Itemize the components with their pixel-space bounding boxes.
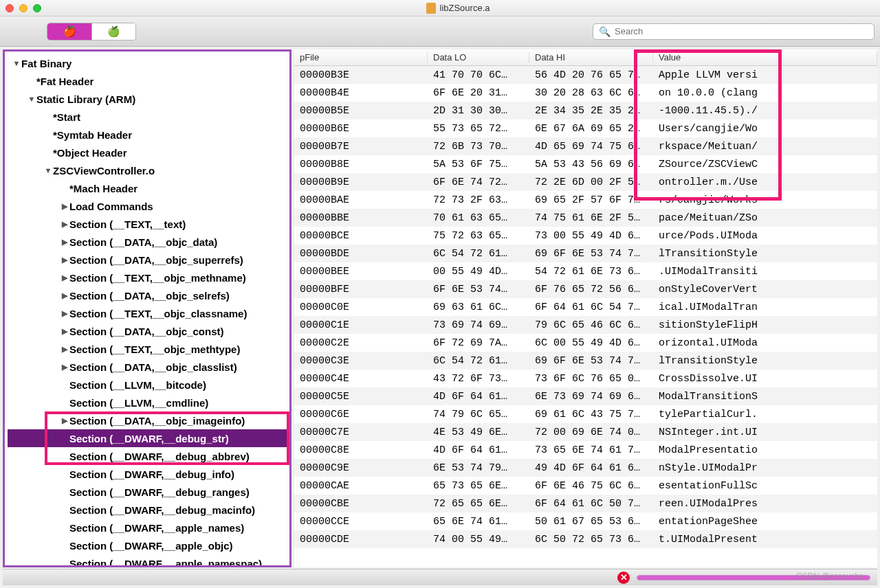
cell: 72 2E 6D 00 2F 5… (529, 177, 653, 188)
disclosure-arrow-icon[interactable]: ▶ (60, 345, 69, 354)
cell: 6E 53 74 79… (428, 462, 529, 474)
table-row[interactable]: 00000C7E4E 53 49 6E…72 00 69 6E 74 0…NSI… (294, 423, 877, 441)
table-row[interactable]: 00000CDE74 00 55 49…6C 50 72 65 73 6…t.U… (294, 530, 877, 548)
disclosure-arrow-icon[interactable]: ▶ (60, 202, 69, 211)
table-body[interactable]: 00000B3E41 70 70 6C…56 4D 20 76 65 7…App… (294, 66, 877, 548)
cell: 00000BDE (294, 248, 428, 260)
tree-node[interactable]: *Object Header (8, 144, 289, 161)
cell: urce/Pods.UIModa (653, 230, 877, 242)
apple-grey-icon: 🍏 (107, 25, 120, 38)
disclosure-arrow-icon[interactable]: ▶ (60, 327, 69, 336)
cell: 65 6E 74 61… (428, 516, 529, 528)
disclosure-arrow-icon[interactable]: ▶ (60, 309, 69, 318)
cell: 73 6F 6C 76 65 0… (529, 373, 653, 385)
col-data-hi[interactable]: Data HI (529, 52, 653, 63)
table-row[interactable]: 00000B7E72 6B 73 70…4D 65 69 74 75 6…rks… (294, 137, 877, 155)
tree-node[interactable]: ▶Load Commands (8, 197, 289, 215)
disclosure-arrow-icon[interactable]: ▼ (27, 95, 36, 103)
tree-node[interactable]: Section (__DWARF,__apple_objc) (8, 536, 289, 554)
tree-node[interactable]: *Start (8, 108, 289, 126)
error-icon[interactable]: ✕ (617, 572, 630, 584)
tree-node[interactable]: Section (__LLVM,__cmdline) (8, 394, 289, 411)
cell: reen.UIModalPres (653, 498, 877, 510)
tree-node[interactable]: ▼Fat Binary (8, 54, 289, 72)
table-row[interactable]: 00000C5E4D 6F 64 61…6E 73 69 74 69 6…Mod… (294, 387, 877, 405)
seg-view-a[interactable]: 🍎 (47, 23, 91, 40)
tree-node[interactable]: ▶Section (__DATA,__objc_const) (8, 322, 289, 340)
tree-node[interactable]: ▶Section (__DATA,__objc_classlist) (8, 358, 289, 376)
table-row[interactable]: 00000B3E41 70 70 6C…56 4D 20 76 65 7…App… (294, 66, 877, 84)
disclosure-arrow-icon[interactable]: ▶ (60, 416, 69, 425)
seg-view-b[interactable]: 🍏 (91, 23, 135, 40)
table-row[interactable]: 00000B8E5A 53 6F 75…5A 53 43 56 69 6…ZSo… (294, 155, 877, 173)
tree-node[interactable]: ▶Section (__TEXT,__text) (8, 215, 289, 233)
tree-node-label: Section (__DWARF,__debug_macinfo) (69, 504, 255, 516)
disclosure-arrow-icon[interactable]: ▶ (60, 363, 69, 372)
table-row[interactable]: 00000C9E6E 53 74 79…49 4D 6F 64 61 6…nSt… (294, 459, 877, 477)
table-row[interactable]: 00000B9E6F 6E 74 72…72 2E 6D 00 2F 5…ont… (294, 173, 877, 191)
tree-node[interactable]: Section (__DWARF,__debug_macinfo) (8, 501, 289, 519)
tree-node[interactable]: Section (__DWARF,__debug_info) (8, 465, 289, 483)
disclosure-arrow-icon[interactable]: ▼ (43, 166, 53, 174)
tree-node[interactable]: *Fat Header (8, 72, 289, 90)
cell: 00000C1E (294, 319, 428, 331)
tree-node[interactable]: ▶Section (__DATA,__objc_imageinfo) (8, 411, 289, 429)
table-row[interactable]: 00000CBE72 65 65 6E…6F 64 61 6C 50 7…ree… (294, 495, 877, 512)
table-row[interactable]: 00000CCE65 6E 74 61…50 61 67 65 53 6…ent… (294, 512, 877, 530)
table-row[interactable]: 00000B4E6F 6E 20 31…30 20 28 63 6C 6…on … (294, 84, 877, 102)
sidebar-tree[interactable]: ▼Fat Binary*Fat Header▼Static Library (A… (3, 49, 292, 567)
disclosure-arrow-icon[interactable]: ▶ (60, 273, 69, 282)
cell: 2E 34 35 2E 35 2… (529, 105, 653, 117)
tree-node[interactable]: Section (__DWARF,__debug_ranges) (8, 483, 289, 501)
tree-node[interactable]: ▶Section (__TEXT,__objc_methname) (8, 269, 289, 286)
table-row[interactable]: 00000BFE6F 6E 53 74…6F 76 65 72 56 6…onS… (294, 280, 877, 298)
minimize-icon[interactable] (19, 4, 28, 12)
tree-node[interactable]: ▶Section (__TEXT,__objc_classname) (8, 304, 289, 322)
table-row[interactable]: 00000BDE6C 54 72 61…69 6F 6E 53 74 7…lTr… (294, 245, 877, 262)
disclosure-arrow-icon[interactable]: ▶ (60, 238, 69, 247)
table-row[interactable]: 00000CAE65 73 65 6E…6F 6E 46 75 6C 6…ese… (294, 477, 877, 495)
tree-node[interactable]: Section (__DWARF,__debug_abbrev) (8, 447, 289, 465)
cell: 73 69 74 69… (428, 319, 529, 331)
table-row[interactable]: 00000BBE70 61 63 65…74 75 61 6E 2F 5…pac… (294, 209, 877, 227)
table-row[interactable]: 00000C8E4D 6F 64 61…73 65 6E 74 61 7…Mod… (294, 441, 877, 459)
col-pfile[interactable]: pFile (294, 52, 428, 63)
table-row[interactable]: 00000BAE72 73 2F 63…69 65 2F 57 6F 7…rs/… (294, 191, 877, 209)
tree-node[interactable]: ▼ZSCViewController.o (8, 161, 289, 179)
tree-node[interactable]: ▼Static Library (ARM) (8, 90, 289, 108)
table-row[interactable]: 00000B5E2D 31 30 30…2E 34 35 2E 35 2…-10… (294, 102, 877, 120)
zoom-icon[interactable] (33, 4, 41, 12)
table-row[interactable]: 00000C4E43 72 6F 73…73 6F 6C 76 65 0…Cro… (294, 370, 877, 387)
tree-node[interactable]: ▶Section (__DATA,__objc_superrefs) (8, 251, 289, 269)
tree-node[interactable]: ▶Section (__DATA,__objc_selrefs) (8, 286, 289, 304)
col-data-lo[interactable]: Data LO (428, 52, 529, 63)
disclosure-arrow-icon[interactable]: ▶ (60, 291, 69, 300)
tree-node[interactable]: Section (__DWARF,__apple_namespac) (8, 554, 289, 567)
table-row[interactable]: 00000C1E73 69 74 69…79 6C 65 46 6C 6…sit… (294, 316, 877, 334)
tree-node-label: Section (__DWARF,__debug_ranges) (69, 486, 250, 498)
tree-node[interactable]: ▶Section (__TEXT,__objc_methtype) (8, 340, 289, 358)
table-row[interactable]: 00000C3E6C 54 72 61…69 6F 6E 53 74 7…lTr… (294, 352, 877, 370)
table-row[interactable]: 00000BCE75 72 63 65…73 00 55 49 4D 6…urc… (294, 227, 877, 245)
disclosure-arrow-icon[interactable]: ▼ (12, 59, 21, 67)
search-input[interactable] (615, 26, 868, 36)
table-row[interactable]: 00000C6E74 79 6C 65…69 61 6C 43 75 7…tyl… (294, 405, 877, 423)
tree-node-label: Section (__DWARF,__apple_names) (69, 522, 244, 534)
table-row[interactable]: 00000C0E69 63 61 6C…6F 64 61 6C 54 7…ica… (294, 298, 877, 316)
close-icon[interactable] (6, 4, 14, 12)
tree-node[interactable]: *Mach Header (8, 179, 289, 197)
tree-node[interactable]: *Symtab Header (8, 126, 289, 144)
search-field[interactable]: 🔍 (593, 23, 874, 40)
tree-node[interactable]: Section (__DWARF,__debug_str) (8, 429, 289, 447)
col-value[interactable]: Value (653, 52, 877, 63)
cell: 74 79 6C 65… (428, 409, 529, 420)
view-segmented-control[interactable]: 🍎 🍏 (47, 23, 136, 41)
table-row[interactable]: 00000BEE00 55 49 4D…54 72 61 6E 73 6….UI… (294, 262, 877, 280)
tree-node[interactable]: ▶Section (__DATA,__objc_data) (8, 233, 289, 251)
disclosure-arrow-icon[interactable]: ▶ (60, 220, 69, 229)
disclosure-arrow-icon[interactable]: ▶ (60, 256, 69, 264)
tree-node[interactable]: Section (__LLVM,__bitcode) (8, 376, 289, 394)
tree-node[interactable]: Section (__DWARF,__apple_names) (8, 519, 289, 536)
table-row[interactable]: 00000B6E55 73 65 72…6E 67 6A 69 65 2…Use… (294, 120, 877, 137)
table-row[interactable]: 00000C2E6F 72 69 7A…6C 00 55 49 4D 6…ori… (294, 334, 877, 352)
